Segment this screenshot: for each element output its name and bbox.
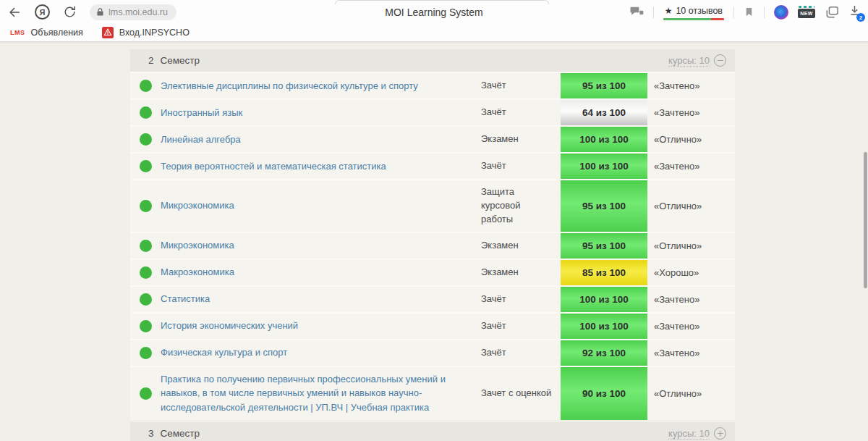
course-link[interactable]: Физическая культура и спорт <box>161 347 287 358</box>
assessment-type: Зачёт <box>481 74 561 98</box>
back-button[interactable] <box>7 5 22 20</box>
course-link[interactable]: Макроэкономика <box>161 266 234 277</box>
course-link[interactable]: Микроэкономика <box>161 240 234 251</box>
score-badge: 85 из 100 <box>561 260 647 285</box>
semester-number: 3 <box>148 428 154 439</box>
score-badge: 95 из 100 <box>561 180 647 232</box>
grades-table: 2 Семестр курсы: 10 Элективные дисциплин… <box>130 49 735 441</box>
assessment-type: Зачет с оценкой <box>481 382 561 406</box>
assessment-type: Зачёт <box>481 154 561 178</box>
course-row: Статистика Зачёт 100 из 100 «Зачтено» <box>130 285 735 312</box>
back-arrow-icon <box>7 5 22 20</box>
semester-title: Семестр <box>161 55 200 66</box>
score-badge: 95 из 100 <box>561 73 647 98</box>
score-badge: 100 из 100 <box>561 287 647 312</box>
grade-text: «Отлично» <box>647 134 735 145</box>
grade-text: «Зачтено» <box>647 348 735 358</box>
grade-text: «Зачтено» <box>647 294 735 305</box>
status-dot-icon <box>140 133 152 146</box>
courses-count-link[interactable]: курсы: 10 <box>668 428 710 440</box>
bookmark-item-inpsycho[interactable]: Вход.INPSYCHO <box>102 27 190 38</box>
downloads-button[interactable]: 2 <box>848 4 861 20</box>
course-link[interactable]: Практика по получению первичных професси… <box>161 374 446 413</box>
score-badge: 92 из 100 <box>561 340 647 366</box>
browser-toolbar: Я lms.moi.edu.ru MOI Learning System ★ 1… <box>0 0 868 24</box>
status-cell <box>130 240 161 252</box>
score-badge: 95 из 100 <box>561 233 647 259</box>
collections-icon[interactable] <box>825 6 839 19</box>
toolbar-right: ★ 10 отзывов NEW 2 <box>629 0 861 24</box>
status-cell <box>130 320 161 332</box>
assessment-type: Защита курсовой работы <box>481 180 561 232</box>
separator <box>764 7 765 18</box>
course-row: История экономических учений Зачёт 100 и… <box>130 312 735 339</box>
course-link[interactable]: Иностранный язык <box>161 107 242 118</box>
course-row: Микроэкономика Защита курсовой работы 95… <box>130 179 735 232</box>
rating-bar <box>663 18 724 20</box>
score-badge: 90 из 100 <box>561 367 647 421</box>
bookmark-label: Вход.INPSYCHO <box>119 28 190 38</box>
course-row: Микроэкономика Экзамен 95 из 100 «Отличн… <box>130 232 735 259</box>
site-reviews-button[interactable]: ★ 10 отзывов <box>663 3 724 21</box>
status-cell <box>130 293 161 306</box>
course-link[interactable]: Теория вероятностей и математическая ста… <box>161 161 386 172</box>
bookmarks-bar: LMS Объявления Вход.INPSYCHO <box>0 24 868 42</box>
grade-text: «Зачтено» <box>647 80 735 91</box>
grade-text: «Зачтено» <box>647 107 735 118</box>
bookmark-item-announcements[interactable]: LMS Объявления <box>10 28 83 38</box>
grade-text: «Отлично» <box>647 388 735 399</box>
semester-2-header: 2 Семестр курсы: 10 <box>130 49 735 72</box>
address-bar[interactable]: lms.moi.edu.ru <box>90 4 176 20</box>
course-link[interactable]: Элективные дисциплины по физической куль… <box>161 80 418 91</box>
assessment-type: Экзамен <box>481 234 561 258</box>
semester-title: Семестр <box>161 428 200 439</box>
bookmark-label: Объявления <box>31 28 83 38</box>
yandex-button[interactable]: Я <box>35 4 50 20</box>
semester-number: 2 <box>148 55 154 66</box>
lms-favicon: LMS <box>10 29 25 36</box>
inpsycho-favicon <box>102 27 114 38</box>
star-icon: ★ <box>665 6 673 16</box>
courses-count-link[interactable]: курсы: 10 <box>668 55 710 67</box>
status-cell <box>130 106 161 119</box>
course-link[interactable]: Линейная алгебра <box>161 134 241 145</box>
separator <box>653 7 654 18</box>
expand-semester-icon[interactable] <box>714 427 726 440</box>
bookmark-icon[interactable] <box>744 6 754 18</box>
refresh-icon <box>63 5 77 19</box>
status-dot-icon <box>140 347 152 359</box>
grade-text: «Отлично» <box>647 201 735 211</box>
status-cell <box>130 200 161 212</box>
extension-browser-icon[interactable] <box>774 5 788 20</box>
browser-tab[interactable] <box>335 0 549 4</box>
status-dot-icon <box>140 320 152 332</box>
messages-icon[interactable] <box>629 6 644 18</box>
grade-text: «Отлично» <box>647 240 735 251</box>
course-row: Элективные дисциплины по физической куль… <box>130 72 735 98</box>
new-extension-icon[interactable]: NEW <box>798 6 815 18</box>
assessment-type: Экзамен <box>481 127 561 151</box>
assessment-type: Зачёт <box>481 287 561 311</box>
downloads-count-badge: 2 <box>856 13 865 22</box>
collapse-semester-icon[interactable] <box>714 54 726 67</box>
assessment-type: Зачёт <box>481 314 561 338</box>
course-link[interactable]: История экономических учений <box>161 320 298 331</box>
score-badge: 64 из 100 <box>561 100 647 125</box>
course-row: Физическая культура и спорт Зачёт 92 из … <box>130 339 735 366</box>
course-link[interactable]: Статистика <box>161 293 210 304</box>
course-list: Элективные дисциплины по физической куль… <box>130 72 735 420</box>
new-badge: NEW <box>798 9 815 18</box>
lock-icon <box>96 7 104 17</box>
grade-text: «Зачтено» <box>647 321 735 332</box>
assessment-type: Зачёт <box>481 101 561 125</box>
refresh-button[interactable] <box>63 5 77 19</box>
score-badge: 100 из 100 <box>561 314 647 339</box>
status-dot-icon <box>140 80 152 92</box>
status-dot-icon <box>140 293 152 306</box>
marquee-dashes <box>799 6 814 8</box>
status-dot-icon <box>140 200 152 212</box>
separator <box>733 7 734 18</box>
scrollbar-thumb[interactable] <box>864 152 867 288</box>
course-row: Теория вероятностей и математическая ста… <box>130 152 735 179</box>
course-link[interactable]: Микроэкономика <box>161 200 234 211</box>
